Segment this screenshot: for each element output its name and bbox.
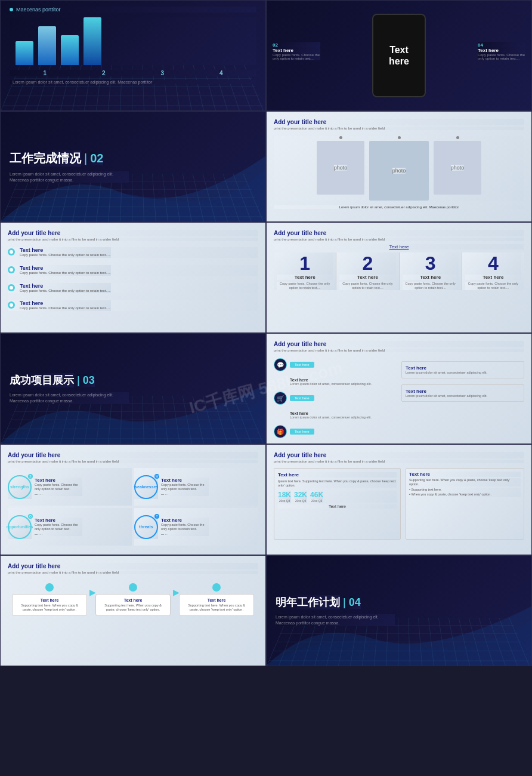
swot-text-s: Text here Copy paste fonts. Choose the o… (35, 478, 82, 496)
big-num-2: 2 (339, 252, 395, 275)
list-item-4: Text here Copy paste fonts. Choose the o… (8, 300, 258, 311)
num-desc-1: Copy paste fonts. Choose the only option… (277, 282, 333, 290)
slide7-title-row: 成功项目展示 | 03 (10, 373, 256, 387)
stat-num-18k: 18K 20xx Q3 (278, 491, 291, 503)
flow-title-2: Text here (290, 411, 397, 415)
swot-circle-t: threats (134, 515, 158, 539)
stats-bottom-label: Text here (278, 504, 397, 509)
flow-desc-2: Lorem ipsum dolor sit amet, consectetuer… (290, 415, 397, 419)
flow-right: Text here Lorem ipsum dolor sit amet, co… (401, 358, 524, 442)
swot-circle-w: weaknesses (134, 475, 158, 499)
swot-cell-s: strengths S Text here Copy paste fonts. … (8, 468, 132, 506)
phone-text: Texthere (389, 44, 409, 67)
flow-tag-3: Text here (290, 429, 314, 435)
tl-item-1: Text here Supporting text here. When you… (8, 583, 91, 616)
flow-row-2: 🛒 Text here (274, 392, 397, 405)
bar-group-4 (83, 17, 101, 65)
num-label-3: Text here (403, 275, 459, 280)
slide4-subtitle: print the presentation and make it into … (274, 127, 524, 130)
stats-row: Text here Ipsum text here. Supporting te… (274, 468, 524, 540)
num-label-4: Text here (465, 275, 521, 280)
slide-9: Add your title here print the presentati… (0, 444, 266, 555)
big-num-4: 4 (465, 252, 521, 275)
text-item-02: 02 Text here Copy paste fonts. Choose th… (273, 42, 320, 60)
stats-left: Text here Ipsum text here. Supporting te… (274, 468, 401, 540)
tl-arrow-2: ▶ (173, 587, 180, 597)
item-text-1: Text here Copy paste fonts. Choose the o… (20, 247, 111, 258)
slide8-title: Add your title here (274, 341, 524, 347)
bar-2 (38, 26, 56, 65)
list-item-1: Text here Copy paste fonts. Choose the o… (8, 247, 258, 258)
timeline: Text here Supporting text here. When you… (8, 583, 258, 616)
tl-circle-3 (212, 583, 221, 592)
swot-text-t: Text here Copy paste fonts. Choose the o… (161, 518, 209, 536)
bar-num-3: 3 (160, 70, 164, 76)
big-num-3: 3 (403, 252, 459, 275)
item-dot-2 (8, 266, 15, 273)
flow-row-2b: Text here Lorem ipsum dolor sit amet, co… (274, 408, 397, 421)
item-text-2: Text here Copy paste fonts. Choose the o… (20, 265, 111, 276)
bar-num-4: 4 (219, 70, 223, 76)
bar-group-3 (61, 35, 79, 65)
swot-text-w: Text here Copy paste fonts. Choose the o… (161, 478, 209, 496)
flow-tag-1: Text here (290, 362, 314, 368)
flow-left: 💬 Text here Text here Lorem ipsum dolor … (274, 358, 397, 442)
num-col-3: 3 Text here Copy paste fonts. Choose the… (400, 252, 462, 290)
photo-label-1: photo (334, 165, 348, 171)
bar-group-1 (16, 41, 33, 65)
swot-badge-w: W (154, 474, 159, 479)
slide3-number: 02 (90, 152, 103, 165)
list-item-2: Text here Copy paste fonts. Choose the o… (8, 265, 258, 276)
stats-right-desc: Supporting text here. When you copy & pa… (409, 478, 521, 486)
slide-10: Add your title here print the presentati… (266, 444, 532, 555)
num-label-2: Text here (339, 275, 395, 280)
slide10-subtitle: print the presentation and make it into … (274, 460, 524, 463)
flow-icon-3: 🎁 (274, 425, 287, 438)
slide3-separator: | (84, 152, 87, 165)
tl-item-3: Text here Supporting text here. When you… (175, 583, 258, 616)
slide4-title: Add your title here (274, 119, 524, 125)
tl-item-2: Text here Supporting text here. When you… (91, 583, 175, 616)
num-col-4: 4 Text here Copy paste fonts. Choose the… (462, 252, 524, 290)
item-text-4: Text here Copy paste fonts. Choose the o… (20, 300, 111, 311)
slide-grid: Maecenas porttitor 1 2 3 (0, 0, 532, 776)
slide7-main-title: 成功项目展示 (10, 373, 74, 387)
swot-badge-s: S (28, 474, 33, 479)
flow-right-title-2: Text here (406, 389, 520, 394)
swot-badge-t: T (154, 514, 159, 519)
bar-num-1: 1 (43, 70, 47, 76)
flow-icon-1: 💬 (274, 358, 287, 371)
tl-circle-2 (129, 583, 137, 592)
stat-num-46k: 46K 20xx Q3 (310, 491, 323, 503)
flow-desc-1: Lorem ipsum dolor sit amet, consectetuer… (290, 382, 397, 386)
slide-1: Maecenas porttitor 1 2 3 (0, 0, 266, 111)
swot-cell-t: threats T Text here Copy paste fonts. Ch… (134, 508, 258, 546)
text-item-04: 04 Text here Copy paste fonts. Choose th… (478, 42, 525, 60)
tl-box-3: Text here Supporting text here. When you… (179, 594, 254, 616)
bar-chart (10, 17, 256, 65)
big-num-1: 1 (277, 252, 333, 275)
flow-right-item-1: Text here Lorem ipsum dolor sit amet, co… (401, 361, 524, 378)
num-col-2: 2 Text here Copy paste fonts. Choose the… (336, 252, 399, 290)
flow-row-1: 💬 Text here (274, 358, 397, 371)
swot-text-o: Text here Copy paste fonts. Choose the o… (35, 518, 82, 536)
title-dot (10, 8, 13, 11)
slide3-subtitle: Lorem ipsum dolor sit amet, consectetuer… (10, 171, 129, 183)
bar-group-2 (38, 26, 56, 65)
swot-circle-o: opportunities (8, 515, 32, 539)
slide10-title: Add your title here (274, 452, 524, 458)
slide6-section-label: Text here (274, 244, 524, 250)
swot-cell-o: opportunities O Text here Copy paste fon… (8, 508, 132, 546)
slide12-separator: | (343, 596, 346, 609)
swot-badge-o: O (28, 514, 33, 519)
photo-label-2: photo (392, 168, 406, 174)
photo-box-2: photo (369, 141, 429, 201)
tl-circle-1 (45, 583, 54, 592)
stats-left-title: Text here (278, 472, 397, 478)
flow-rows: 💬 Text here Text here Lorem ipsum dolor … (274, 358, 397, 438)
tl-box-2: Text here Supporting text here. When you… (95, 594, 171, 616)
slide-12: 明年工作计划 | 04 Lorem ipsum dolor sit amet, … (266, 555, 532, 666)
slide4-bottom: Lorem ipsum dolor sit amet, consectetuer… (274, 205, 524, 209)
stats-right: Text here Supporting text here. When you… (406, 468, 524, 540)
num-label-1: Text here (277, 275, 333, 280)
